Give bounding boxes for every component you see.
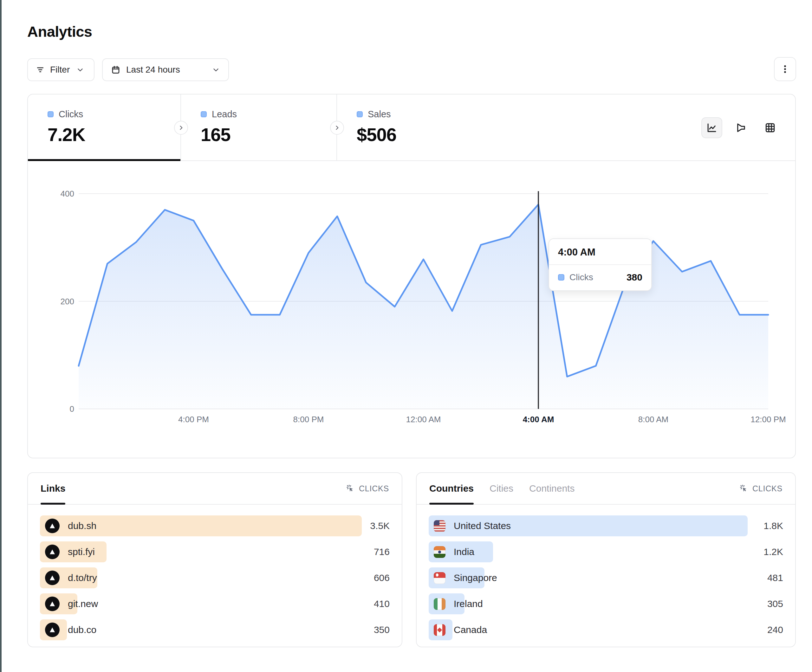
row-label: d.to/try — [68, 573, 97, 583]
list-item[interactable]: Ireland305 — [429, 594, 783, 614]
chart-view-switcher — [701, 117, 781, 138]
filter-button[interactable]: Filter — [27, 58, 94, 81]
calendar-icon — [111, 65, 121, 75]
links-panel: Links CLICKS dub.sh3.5Kspti.fyi716d.to/t… — [27, 472, 403, 647]
tab-continents[interactable]: Continents — [529, 473, 575, 504]
list-item[interactable]: spti.fyi716 — [40, 541, 390, 562]
cursor-click-icon — [346, 484, 355, 493]
tab-clicks[interactable]: Clicks 7.2K — [28, 94, 181, 160]
row-value: 240 — [767, 624, 783, 635]
row-value: 716 — [374, 546, 390, 557]
chart-tooltip: 4:00 AM Clicks 380 — [549, 238, 652, 291]
row-label: United States — [454, 520, 511, 531]
page-title: Analytics — [27, 23, 92, 40]
row-label: dub.co — [68, 624, 96, 635]
x-tick-label: 4:00 AM — [523, 414, 554, 425]
links-metric-selector[interactable]: CLICKS — [346, 484, 389, 493]
tab-links[interactable]: Links — [41, 473, 65, 504]
row-value: 1.8K — [764, 520, 783, 531]
dub-logo-icon — [45, 544, 60, 559]
y-tick-label: 200 — [47, 297, 74, 306]
links-list: dub.sh3.5Kspti.fyi716d.to/try606git.new4… — [28, 505, 402, 640]
chevron-down-icon — [76, 66, 84, 74]
row-label: Canada — [454, 624, 487, 635]
chevron-right-icon — [178, 125, 184, 131]
tab-leads[interactable]: Leads 165 — [181, 94, 337, 160]
clicks-chart[interactable]: 0200400 4:00 PM8:00 PM12:00 AM4:00 AM8:0… — [28, 161, 795, 458]
chart-svg — [78, 194, 768, 409]
chevron-down-icon — [212, 66, 220, 74]
row-label: git.new — [68, 599, 98, 609]
leads-legend-icon — [201, 111, 207, 117]
funnel-icon — [735, 122, 747, 134]
list-item[interactable]: dub.co350 — [40, 619, 390, 640]
list-item[interactable]: dub.sh3.5K — [40, 515, 390, 536]
tab-cities[interactable]: Cities — [490, 473, 513, 504]
x-tick-label: 12:00 PM — [751, 414, 786, 425]
links-metric-label: CLICKS — [359, 484, 389, 493]
x-tick-label: 8:00 PM — [293, 414, 324, 425]
filter-icon — [36, 65, 45, 75]
funnel-view-button[interactable] — [730, 117, 751, 138]
table-grid-icon — [764, 122, 776, 134]
list-item[interactable]: git.new410 — [40, 594, 390, 614]
tooltip-value: 380 — [626, 272, 642, 283]
kebab-menu-icon — [780, 64, 790, 75]
row-label: India — [454, 546, 474, 557]
y-tick-label: 400 — [47, 189, 74, 199]
x-tick-label: 8:00 AM — [638, 414, 669, 425]
row-value: 1.2K — [764, 546, 783, 557]
line-chart-view-button[interactable] — [701, 117, 722, 138]
row-value: 481 — [767, 573, 783, 583]
date-range-button[interactable]: Last 24 hours — [102, 58, 229, 81]
tab-countries[interactable]: Countries — [429, 473, 474, 504]
countries-list: United States1.8KIndia1.2KSingapore481Ir… — [416, 505, 795, 640]
expand-leads-button[interactable] — [330, 121, 344, 135]
row-value: 350 — [374, 624, 390, 635]
leads-value: 165 — [201, 124, 336, 145]
tab-label: Sales — [368, 109, 391, 119]
sales-value: $506 — [357, 124, 473, 145]
table-view-button[interactable] — [760, 117, 781, 138]
expand-clicks-button[interactable] — [174, 121, 188, 135]
row-label: Singapore — [454, 573, 497, 583]
row-value: 3.5K — [370, 520, 390, 531]
analytics-card: Clicks 7.2K Leads 165 Sales $506 — [27, 94, 796, 458]
clicks-value: 7.2K — [48, 124, 181, 145]
geo-metric-label: CLICKS — [752, 484, 783, 493]
list-item[interactable]: d.to/try606 — [40, 567, 390, 588]
list-item[interactable]: Singapore481 — [429, 567, 783, 588]
geo-metric-selector[interactable]: CLICKS — [739, 484, 783, 493]
flag-in-icon — [434, 546, 445, 558]
y-tick-label: 0 — [47, 404, 74, 414]
row-value: 410 — [374, 599, 390, 609]
dub-logo-icon — [45, 518, 60, 533]
window-edge-strip — [0, 0, 2, 672]
tab-label: Leads — [212, 109, 237, 119]
x-tick-label: 4:00 PM — [178, 414, 209, 425]
flag-ie-icon — [434, 598, 445, 610]
filter-button-label: Filter — [50, 65, 70, 75]
tooltip-series-label: Clicks — [570, 272, 593, 282]
date-range-label: Last 24 hours — [126, 65, 180, 75]
row-label: spti.fyi — [68, 546, 95, 557]
x-tick-label: 12:00 AM — [406, 414, 441, 425]
row-label: dub.sh — [68, 520, 96, 531]
tooltip-time: 4:00 AM — [549, 239, 651, 265]
row-value: 305 — [767, 599, 783, 609]
geo-panel: Countries Cities Continents CLICKS Unite… — [416, 472, 796, 647]
list-item[interactable]: Canada240 — [429, 619, 783, 640]
chevron-right-icon — [334, 125, 340, 131]
list-item[interactable]: United States1.8K — [429, 515, 783, 536]
dub-logo-icon — [45, 597, 60, 611]
dub-logo-icon — [45, 623, 60, 637]
clicks-legend-icon — [48, 111, 54, 117]
row-label: Ireland — [454, 599, 483, 609]
list-item[interactable]: India1.2K — [429, 541, 783, 562]
clicks-legend-icon — [558, 274, 565, 281]
tab-sales[interactable]: Sales $506 — [337, 94, 473, 160]
metric-tabs-row: Clicks 7.2K Leads 165 Sales $506 — [28, 94, 795, 161]
more-options-button[interactable] — [774, 57, 796, 81]
row-value: 606 — [374, 573, 390, 583]
flag-us-icon — [434, 520, 445, 532]
